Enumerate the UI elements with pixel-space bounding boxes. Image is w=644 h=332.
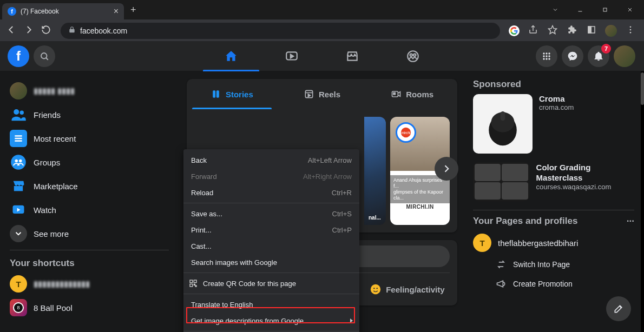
story-ring-icon: mirchi [396, 122, 416, 143]
google-icon[interactable] [509, 25, 520, 36]
svg-point-27 [14, 109, 19, 115]
nav-groups[interactable] [383, 41, 443, 71]
svg-rect-31 [15, 140, 22, 142]
sidebar-item-profile[interactable]: ▮▮▮▮▮ ▮▮▮▮ [5, 79, 173, 103]
svg-point-19 [546, 52, 547, 54]
forward-button[interactable] [23, 25, 35, 37]
story-label: nal... [369, 215, 382, 221]
shortcut-item[interactable]: T ▮▮▮▮▮▮▮▮▮▮▮▮▮ [5, 272, 173, 296]
ctx-back[interactable]: BackAlt+Left Arrow [183, 152, 359, 168]
svg-rect-59 [195, 285, 196, 287]
notifications-button[interactable]: 7 [588, 45, 609, 67]
nav-home[interactable] [201, 41, 261, 71]
svg-line-12 [46, 58, 48, 60]
profile-avatar-icon[interactable] [605, 25, 617, 37]
sponsored-item-croma[interactable]: Croma croma.com [473, 94, 634, 154]
messenger-button[interactable] [562, 45, 583, 67]
scrollbar-thumb[interactable] [641, 72, 644, 105]
facebook-favicon: f [8, 7, 16, 16]
tab-stories[interactable]: Stories [187, 79, 277, 109]
friends-icon [10, 106, 27, 123]
share-icon[interactable] [527, 25, 539, 37]
minimize-window-icon[interactable] [568, 2, 592, 18]
svg-point-33 [15, 160, 18, 163]
tab-label: Stories [226, 90, 253, 99]
switch-icon [496, 259, 507, 270]
svg-point-51 [377, 288, 378, 289]
sidebar-item-marketplace[interactable]: Marketplace [5, 174, 173, 198]
ctx-reload[interactable]: ReloadCtrl+R [183, 184, 359, 201]
svg-point-49 [371, 284, 380, 294]
svg-point-11 [41, 53, 47, 59]
browser-tab[interactable]: f (7) Facebook × [2, 3, 124, 19]
svg-rect-30 [15, 138, 22, 140]
search-button[interactable] [34, 45, 55, 67]
sidebar-item-label: Groups [34, 158, 60, 167]
recent-icon [10, 130, 27, 147]
sidebar-item-friends[interactable]: Friends [5, 103, 173, 127]
sponsor-title: Color Grading Masterclass [536, 162, 634, 183]
back-button[interactable] [5, 25, 17, 37]
sidebar-item-label: ▮▮▮▮▮ ▮▮▮▮ [34, 86, 75, 96]
chevron-down-icon[interactable] [543, 2, 567, 18]
shortcut-label: ▮▮▮▮▮▮▮▮▮▮▮▮▮ [34, 279, 90, 289]
ctx-forward[interactable]: ForwardAlt+Right Arrow [183, 168, 359, 184]
sponsor-url: courses.waqasqazi.com [536, 183, 634, 191]
reading-list-icon[interactable] [586, 25, 597, 37]
more-icon[interactable]: ··· [627, 216, 634, 227]
ctx-qr-code[interactable]: Create QR Code for this page [183, 275, 359, 291]
composer-label: Feeling/activity [386, 285, 444, 294]
shortcut-item-8-ball-pool[interactable]: 8 8 Ball Pool [5, 296, 173, 320]
nav-marketplace[interactable] [322, 41, 383, 71]
maximize-window-icon[interactable] [593, 2, 617, 18]
marketplace-icon [10, 177, 27, 195]
reload-button[interactable] [40, 25, 52, 37]
lock-icon [68, 26, 76, 36]
svg-rect-55 [190, 280, 193, 283]
bookmark-star-icon[interactable] [547, 25, 558, 37]
new-tab-button[interactable]: + [130, 4, 136, 16]
sidebar-item-see-more[interactable]: See more [5, 222, 173, 245]
ctx-save-as[interactable]: Save as...Ctrl+S [183, 205, 359, 222]
shortcut-label: 8 Ball Pool [34, 303, 73, 313]
extensions-icon[interactable] [566, 25, 578, 37]
story-card[interactable]: nal... [364, 117, 386, 225]
page-action-label: Create Promotion [513, 280, 573, 288]
sponsored-heading: Sponsored [473, 79, 521, 90]
facebook-logo[interactable]: f [8, 45, 29, 67]
address-bar[interactable]: facebook.com [61, 23, 500, 39]
svg-text:mirchi: mirchi [401, 131, 410, 135]
svg-point-9 [630, 29, 632, 30]
close-window-icon[interactable] [618, 2, 642, 18]
svg-rect-43 [393, 93, 395, 95]
ctx-cast[interactable]: Cast... [183, 238, 359, 254]
tab-reels[interactable]: Reels [277, 79, 367, 109]
sidebar-item-groups[interactable]: Groups [5, 150, 173, 174]
svg-point-8 [630, 26, 632, 28]
tab-rooms[interactable]: Rooms [367, 79, 457, 109]
ctx-print[interactable]: Print...Ctrl+P [183, 222, 359, 238]
story-caption: glimpses of the Kapoor cla... [393, 189, 446, 201]
sidebar-item-most-recent[interactable]: Most recent [5, 127, 173, 150]
stories-next-button[interactable] [435, 157, 458, 181]
close-tab-icon[interactable]: × [114, 6, 119, 16]
svg-point-16 [410, 54, 412, 56]
create-promotion[interactable]: Create Promotion [473, 274, 634, 294]
ctx-search-images[interactable]: Search images with Google [183, 254, 359, 270]
shortcuts-heading: Your shortcuts [5, 255, 173, 272]
nav-watch[interactable] [261, 41, 322, 71]
svg-rect-38 [216, 90, 219, 97]
new-message-button[interactable] [606, 296, 631, 321]
profile-menu-button[interactable] [614, 45, 635, 67]
page-item[interactable]: T theflabbergastedbihari [473, 231, 634, 255]
url-text: facebook.com [80, 26, 492, 35]
composer-feeling[interactable]: Feeling/activity [365, 278, 450, 300]
svg-point-22 [546, 55, 547, 57]
watch-icon [10, 201, 27, 218]
sponsored-item-color-grading[interactable]: Color Grading Masterclass courses.waqasq… [473, 162, 634, 201]
story-caption: Anand Ahuja surprises f... [393, 177, 446, 189]
menu-grid-button[interactable] [536, 45, 557, 67]
kebab-menu-icon[interactable] [625, 25, 636, 37]
switch-into-page[interactable]: Switch Into Page [473, 255, 634, 274]
sidebar-item-watch[interactable]: Watch [5, 198, 173, 222]
